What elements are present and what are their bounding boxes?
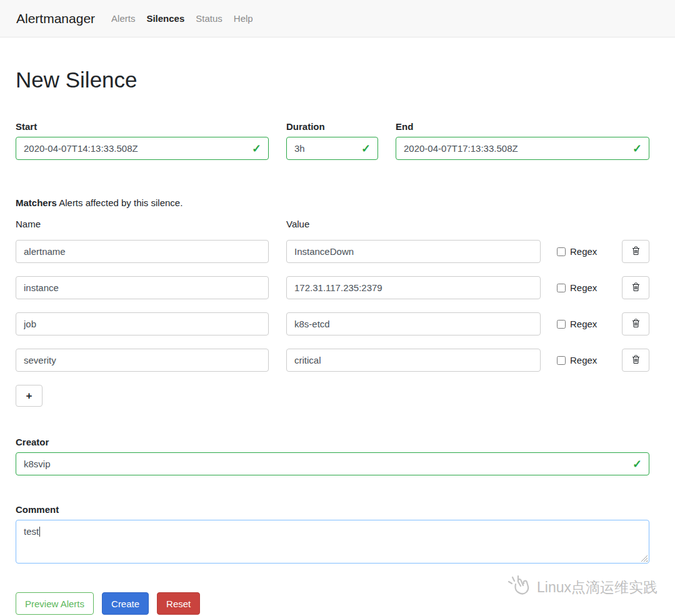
reset-button[interactable]: Reset bbox=[157, 592, 200, 615]
matchers-value-header: Value bbox=[286, 219, 309, 229]
regex-label: Regex bbox=[570, 319, 597, 329]
matchers-headers: Name Value bbox=[16, 219, 649, 229]
nav-item-help[interactable]: Help bbox=[234, 13, 253, 24]
comment-section: Comment test bbox=[16, 504, 649, 564]
end-label: End bbox=[396, 121, 649, 132]
matchers-subtitle: Alerts affected by this silence. bbox=[57, 197, 183, 208]
matcher-name-input[interactable] bbox=[16, 349, 269, 372]
regex-label: Regex bbox=[570, 246, 597, 257]
comment-label: Comment bbox=[16, 504, 649, 515]
creator-section: Creator ✓ bbox=[16, 437, 649, 475]
create-button[interactable]: Create bbox=[102, 592, 149, 615]
regex-label: Regex bbox=[570, 355, 597, 365]
nav-item-alerts[interactable]: Alerts bbox=[111, 13, 135, 24]
duration-input[interactable] bbox=[286, 137, 378, 160]
regex-group: Regex bbox=[557, 355, 597, 365]
page-title: New Silence bbox=[16, 67, 649, 92]
matcher-row: Regex bbox=[16, 276, 649, 299]
main-content: New Silence Start ✓ Duration ✓ End ✓ M bbox=[0, 67, 675, 615]
delete-matcher-button[interactable] bbox=[622, 312, 649, 335]
start-input[interactable] bbox=[16, 137, 269, 160]
regex-group: Regex bbox=[557, 246, 597, 257]
matcher-name-input[interactable] bbox=[16, 276, 269, 299]
matchers-title: Matchers Alerts affected by this silence… bbox=[16, 197, 649, 208]
creator-label: Creator bbox=[16, 437, 649, 447]
delete-matcher-button[interactable] bbox=[622, 276, 649, 299]
regex-group: Regex bbox=[557, 319, 597, 329]
matcher-value-input[interactable] bbox=[286, 312, 541, 335]
delete-matcher-button[interactable] bbox=[622, 240, 649, 263]
trash-icon bbox=[632, 246, 640, 257]
trash-icon bbox=[632, 319, 640, 330]
add-matcher-button[interactable]: + bbox=[16, 385, 42, 407]
text-cursor bbox=[39, 527, 40, 537]
action-buttons: Preview Alerts Create Reset bbox=[16, 592, 649, 615]
nav-item-silences[interactable]: Silences bbox=[146, 13, 184, 24]
matcher-value-input[interactable] bbox=[286, 276, 541, 299]
matcher-name-input[interactable] bbox=[16, 240, 269, 263]
brand-link[interactable]: Alertmanager bbox=[16, 11, 95, 26]
resize-handle[interactable] bbox=[641, 555, 648, 562]
matcher-row: Regex bbox=[16, 240, 649, 263]
trash-icon bbox=[632, 282, 640, 294]
matchers-name-header: Name bbox=[16, 219, 286, 229]
comment-text: test bbox=[24, 526, 39, 537]
matcher-row: Regex bbox=[16, 312, 649, 335]
matchers-section: Matchers Alerts affected by this silence… bbox=[16, 197, 649, 407]
regex-checkbox[interactable] bbox=[557, 320, 566, 329]
matcher-name-input[interactable] bbox=[16, 312, 269, 335]
delete-matcher-button[interactable] bbox=[622, 349, 649, 372]
regex-group: Regex bbox=[557, 282, 597, 293]
matcher-value-input[interactable] bbox=[286, 240, 541, 263]
start-field-group: Start ✓ bbox=[16, 121, 269, 160]
end-input[interactable] bbox=[396, 137, 649, 160]
matchers-title-bold: Matchers bbox=[16, 197, 57, 208]
preview-alerts-button[interactable]: Preview Alerts bbox=[16, 592, 94, 615]
nav-item-status[interactable]: Status bbox=[196, 13, 222, 24]
regex-checkbox[interactable] bbox=[557, 247, 566, 256]
duration-label: Duration bbox=[286, 121, 378, 132]
creator-input[interactable] bbox=[16, 452, 649, 475]
comment-textarea[interactable]: test bbox=[16, 520, 649, 564]
end-field-group: End ✓ bbox=[396, 121, 649, 160]
regex-checkbox[interactable] bbox=[557, 284, 566, 292]
duration-field-group: Duration ✓ bbox=[286, 121, 378, 160]
matcher-value-input[interactable] bbox=[286, 349, 541, 372]
time-fields-row: Start ✓ Duration ✓ End ✓ bbox=[16, 121, 649, 160]
regex-checkbox[interactable] bbox=[557, 356, 566, 365]
nav-links: Alerts Silences Status Help bbox=[111, 13, 253, 24]
trash-icon bbox=[632, 355, 640, 366]
start-label: Start bbox=[16, 121, 269, 132]
regex-label: Regex bbox=[570, 282, 597, 293]
matcher-row: Regex bbox=[16, 349, 649, 372]
navbar: Alertmanager Alerts Silences Status Help bbox=[0, 0, 675, 37]
